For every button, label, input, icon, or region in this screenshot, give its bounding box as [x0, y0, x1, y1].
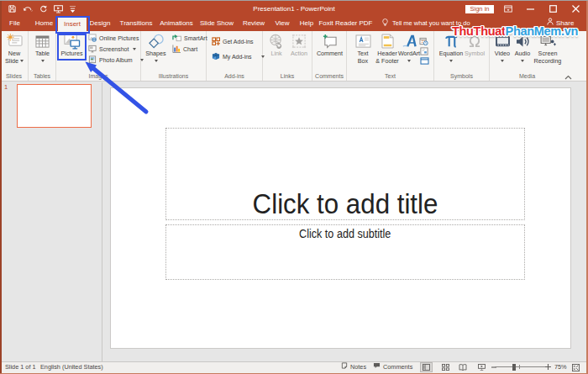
ribbon: New Slide Slides Table Tables Pictures O…	[0, 31, 588, 82]
equation-label: Equation	[439, 50, 463, 57]
maximize-button[interactable]	[549, 4, 557, 13]
dropdown-caret-icon	[449, 60, 453, 62]
tab-view[interactable]: View	[275, 15, 289, 31]
header-footer-label: Header & Footer	[375, 50, 399, 65]
online-pictures-icon	[88, 34, 97, 43]
comments-icon	[373, 361, 381, 373]
video-button[interactable]: Video	[491, 33, 513, 62]
dropdown-caret-icon	[20, 60, 24, 62]
tab-help[interactable]: Help	[300, 15, 313, 31]
screenshot-button[interactable]: Screenshot	[88, 44, 136, 55]
dropdown-caret-icon	[155, 60, 158, 62]
collapse-ribbon-button[interactable]	[564, 68, 576, 76]
lightbulb-icon	[382, 20, 388, 28]
tab-transitions[interactable]: Transitions	[120, 15, 153, 31]
zoom-slider-track[interactable]	[495, 366, 546, 367]
photo-album-button[interactable]: Photo Album	[88, 55, 144, 66]
photo-album-label: Photo Album	[99, 57, 133, 63]
shapes-button[interactable]: Shapes	[142, 33, 170, 62]
powerpoint-window: Presentation1 - PowerPoint Sign in File …	[0, 0, 588, 374]
ribbon-group-text: Text Box Header & Footer WordArt Text	[347, 31, 434, 81]
share-label: Share	[556, 15, 574, 31]
comment-icon	[314, 33, 346, 50]
tab-animations[interactable]: Animations	[160, 15, 193, 31]
window-edge-left	[0, 1, 2, 374]
slide-show-view-button[interactable]	[475, 362, 488, 372]
smartart-button[interactable]: SmartArt	[172, 33, 207, 44]
slide-canvas[interactable]: Click to add title Click to add subtitle	[110, 87, 571, 349]
tab-home[interactable]: Home	[35, 15, 53, 31]
notes-icon	[341, 361, 348, 373]
group-label-symbols: Symbols	[434, 73, 489, 79]
get-add-ins-icon	[212, 37, 220, 46]
title-bar: Presentation1 - PowerPoint Sign in	[0, 1, 588, 15]
fit-slide-to-window-button[interactable]	[570, 363, 582, 373]
sign-in-button[interactable]: Sign in	[465, 5, 494, 14]
shapes-label: Shapes	[145, 50, 165, 57]
comment-button[interactable]: Comment	[314, 33, 346, 58]
tab-design[interactable]: Design	[90, 15, 111, 31]
reading-view-button[interactable]	[456, 362, 469, 372]
ribbon-group-media: Video Audio Screen Recording Media	[490, 31, 564, 81]
tab-file[interactable]: File	[9, 15, 20, 31]
wordart-button[interactable]: WordArt	[396, 33, 422, 62]
ribbon-display-options-button[interactable]	[504, 4, 512, 13]
audio-button[interactable]: Audio	[512, 33, 533, 62]
zoom-in-button[interactable]	[545, 361, 552, 373]
get-add-ins-label: Get Add-ins	[223, 39, 254, 45]
zoom-slider-thumb[interactable]	[512, 364, 516, 371]
dropdown-caret-icon	[41, 60, 45, 62]
link-button[interactable]: Link	[265, 33, 288, 58]
new-slide-button[interactable]: New Slide	[1, 33, 28, 65]
annotation-box-pictures-button	[57, 34, 87, 61]
ribbon-group-links: Link Action Links	[263, 31, 312, 81]
slide-indicator[interactable]: Slide 1 of 1	[5, 361, 36, 373]
equation-button[interactable]: Equation	[437, 33, 465, 62]
video-label: Video	[495, 50, 510, 57]
action-icon	[287, 33, 311, 50]
group-label-media: Media	[490, 73, 564, 79]
screen-recording-icon	[532, 33, 564, 50]
audio-icon	[512, 33, 533, 50]
comments-label: Comments	[383, 361, 412, 373]
chart-icon	[172, 45, 181, 54]
group-label-slides: Slides	[0, 73, 28, 79]
subtitle-placeholder[interactable]: Click to add subtitle	[165, 224, 525, 280]
title-placeholder-text: Click to add title	[253, 189, 438, 219]
action-button[interactable]: Action	[287, 33, 311, 58]
smartart-label: SmartArt	[184, 35, 207, 41]
title-placeholder[interactable]: Click to add title	[165, 128, 525, 220]
tab-slide-show[interactable]: Slide Show	[200, 15, 234, 31]
slide-sorter-view-button[interactable]	[439, 362, 452, 372]
ribbon-group-illustrations: Shapes SmartArt Chart Illustrations	[141, 31, 207, 81]
my-add-ins-label: My Add-ins	[223, 54, 252, 60]
panel-divider	[102, 82, 102, 361]
normal-view-button[interactable]	[420, 362, 433, 372]
notes-button[interactable]: Notes	[341, 361, 366, 373]
symbol-button[interactable]: Symbol	[462, 33, 487, 58]
table-button[interactable]: Table	[30, 33, 55, 62]
zoom-slider-midpoint	[519, 365, 520, 369]
share-button[interactable]: Share	[547, 15, 574, 31]
comments-button[interactable]: Comments	[373, 361, 412, 373]
my-add-ins-button[interactable]: My Add-ins	[212, 51, 265, 62]
close-button[interactable]	[572, 4, 580, 13]
tell-me-box[interactable]: Tell me what you want to do	[382, 15, 470, 31]
window-edge-top	[0, 0, 588, 1]
language-indicator[interactable]: English (United States)	[40, 361, 103, 373]
slide-thumbnail[interactable]	[17, 84, 92, 128]
chart-button[interactable]: Chart	[172, 44, 197, 55]
group-label-tables: Tables	[29, 73, 55, 79]
smartart-icon	[172, 34, 181, 43]
zoom-level[interactable]: 75%	[554, 361, 567, 373]
tab-review[interactable]: Review	[243, 15, 265, 31]
ribbon-group-tables: Table Tables	[29, 31, 56, 81]
screen-recording-button[interactable]: Screen Recording	[532, 33, 564, 65]
get-add-ins-button[interactable]: Get Add-ins	[212, 36, 254, 47]
object-button[interactable]	[420, 53, 429, 68]
tab-foxit-reader-pdf[interactable]: Foxit Reader PDF	[318, 15, 372, 31]
online-pictures-button[interactable]: Online Pictures	[88, 33, 139, 44]
window-title: Presentation1 - PowerPoint	[0, 5, 588, 13]
screenshot-icon	[88, 45, 97, 54]
minimize-button[interactable]	[527, 4, 534, 13]
